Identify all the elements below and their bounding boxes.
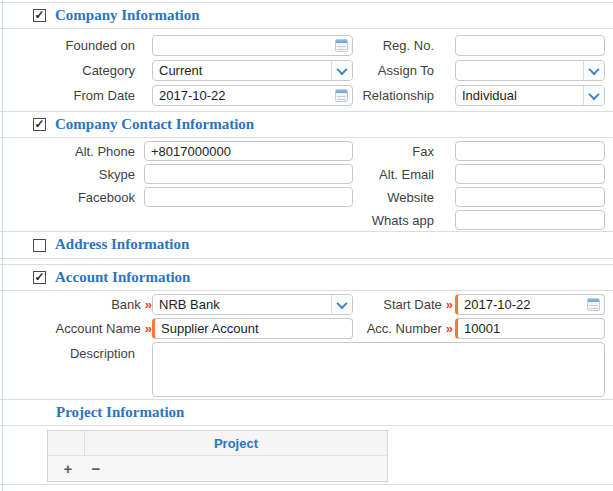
checkbox-company-contact-information[interactable] [33,118,46,131]
start-date-input[interactable] [455,294,605,315]
skype-input[interactable] [144,164,353,184]
assign-to-selected-value [456,61,583,80]
project-column-header: Project [85,431,387,455]
checkbox-account-information[interactable] [33,271,46,284]
add-row-button[interactable]: + [61,461,75,476]
section-header-address-information[interactable]: Address Information [0,232,613,258]
reg-no-input[interactable] [455,35,605,56]
from-date-input[interactable] [152,85,353,106]
chevron-down-icon [583,86,604,105]
calendar-icon[interactable] [335,89,348,102]
account-information-fields: Bank» NRB Bank Start Date» Account Name»… [0,291,613,399]
relationship-select[interactable]: Individual [455,85,605,106]
account-name-input[interactable] [152,318,353,339]
assign-to-select[interactable] [455,60,605,81]
start-date-field [455,294,605,315]
fax-input[interactable] [455,141,605,161]
relationship-label: Relationship [353,88,455,103]
section-title-address-information: Address Information [55,237,189,253]
required-marker: » [446,297,451,312]
section-title-account-information: Account Information [55,270,190,286]
acc-number-input[interactable] [455,318,605,339]
acc-number-label: Acc. Number» [353,321,455,336]
founded-on-field [152,35,353,56]
category-select[interactable]: Current [152,60,353,81]
reg-no-label: Reg. No. [353,38,455,53]
calendar-icon[interactable] [587,298,600,311]
chevron-down-icon [331,61,352,80]
project-table-area: Project + − [0,426,613,484]
chevron-down-icon [583,61,604,80]
remove-row-button[interactable]: − [89,461,103,476]
skype-label: Skype [0,167,135,182]
start-date-label: Start Date» [353,297,455,312]
project-table: Project + − [47,430,388,482]
bank-label: Bank» [0,297,150,312]
section-header-account-information[interactable]: Account Information [0,265,613,291]
calendar-icon[interactable] [335,39,348,52]
category-selected-value: Current [153,61,331,80]
website-label: Website [353,190,455,205]
project-table-toolbar: + − [48,456,387,481]
alt-email-label: Alt. Email [353,167,455,182]
section-company-contact-information: Company Contact Information Alt. Phone F… [0,112,613,232]
facebook-label: Facebook [0,190,135,205]
section-title-project-information: Project Information [56,405,184,421]
section-header-project-information[interactable]: Project Information [0,400,613,426]
fax-label: Fax [353,144,455,159]
from-date-field [152,85,353,106]
description-textarea[interactable] [152,342,605,397]
checkbox-company-information[interactable] [33,9,46,22]
section-header-company-contact-information[interactable]: Company Contact Information [0,112,613,138]
bank-selected-value: NRB Bank [153,295,331,314]
supplier-form-page: Company Information Founded on Reg. No. … [0,0,613,491]
section-account-information: Account Information Bank» NRB Bank Start… [0,264,613,400]
founded-on-input[interactable] [152,35,353,56]
chevron-down-icon [331,295,352,314]
assign-to-label: Assign To [353,63,455,78]
required-marker: » [446,321,451,336]
from-date-label: From Date [0,88,135,103]
section-address-information: Address Information [0,232,613,259]
project-table-header-row: Project [48,431,387,456]
whatsapp-input[interactable] [455,210,605,230]
section-title-company-information: Company Information [55,8,200,24]
founded-on-label: Founded on [0,38,135,53]
company-contact-fields: Alt. Phone Fax Skype Alt. Email Facebook… [0,138,613,231]
facebook-input[interactable] [144,187,353,207]
relationship-selected-value: Individual [456,86,583,105]
checkbox-address-information[interactable] [33,239,46,252]
alt-email-input[interactable] [455,164,605,184]
section-title-company-contact-information: Company Contact Information [55,117,254,133]
website-input[interactable] [455,187,605,207]
category-label: Category [0,63,135,78]
company-information-fields: Founded on Reg. No. Category Current Ass… [0,29,613,111]
section-header-company-information[interactable]: Company Information [0,3,613,29]
section-company-information: Company Information Founded on Reg. No. … [0,2,613,112]
alt-phone-input[interactable] [144,141,353,161]
project-table-select-column [48,431,85,455]
description-label: Description [0,342,150,361]
alt-phone-label: Alt. Phone [0,144,135,159]
bank-select[interactable]: NRB Bank [152,294,353,315]
section-project-information: Project Information Project + − [0,400,613,485]
account-name-label: Account Name» [0,321,150,336]
whatsapp-label: Whats app [353,213,455,228]
